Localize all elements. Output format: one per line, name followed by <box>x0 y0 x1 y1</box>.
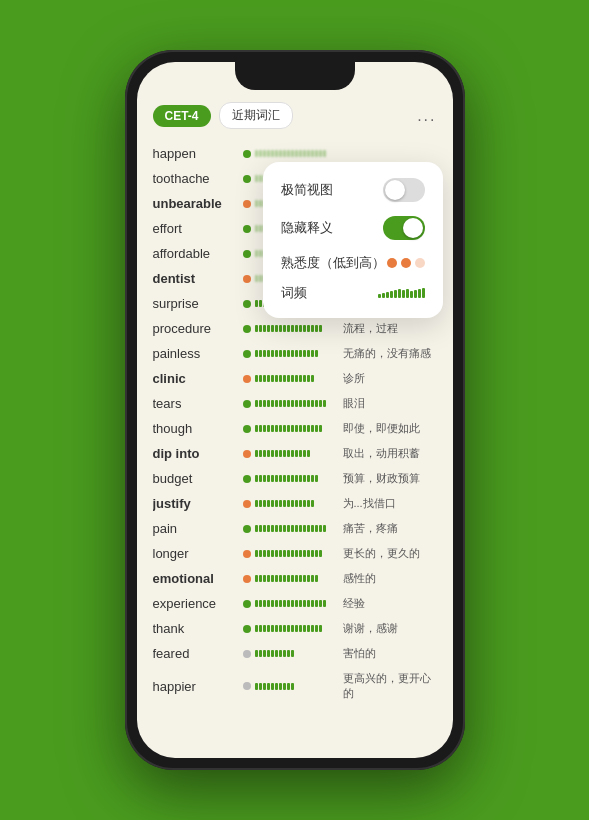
bar-seg <box>263 375 266 382</box>
word-meaning: 痛苦，疼痛 <box>343 521 437 536</box>
bar-seg <box>299 550 302 557</box>
bar-seg <box>255 225 258 232</box>
bar-seg <box>263 475 266 482</box>
freq-bar-11 <box>418 289 421 298</box>
bar-seg <box>275 650 278 657</box>
bar-seg <box>303 600 306 607</box>
bar-seg <box>303 150 306 157</box>
bar-seg <box>287 525 290 532</box>
simple-view-toggle[interactable] <box>383 178 425 202</box>
bar-seg <box>263 150 266 157</box>
bar-seg <box>311 375 314 382</box>
word-row[interactable]: longer 更长的，更久的 <box>153 541 437 566</box>
freq-bar-2 <box>382 293 385 298</box>
word-row[interactable]: happier 更高兴的，更开心的 <box>153 666 437 706</box>
word-row[interactable]: pain 痛苦，疼痛 <box>153 516 437 541</box>
bar-seg <box>299 400 302 407</box>
bar-seg <box>271 375 274 382</box>
bar-seg <box>263 600 266 607</box>
bar-seg <box>275 400 278 407</box>
bar-seg <box>287 450 290 457</box>
word-row[interactable]: emotional 感性的 <box>153 566 437 591</box>
freq-bar-9 <box>410 291 413 298</box>
word-row[interactable]: feared 害怕的 <box>153 641 437 666</box>
bar-seg <box>323 400 326 407</box>
bar-seg <box>279 375 282 382</box>
freq-bar-12 <box>422 288 425 298</box>
bar-seg <box>267 600 270 607</box>
word-row[interactable]: procedure 流程，过程 <box>153 316 437 341</box>
word-row[interactable]: clinic 诊所 <box>153 366 437 391</box>
bar-seg <box>291 400 294 407</box>
bar-seg <box>259 575 262 582</box>
bar-seg <box>263 575 266 582</box>
bar-seg <box>303 325 306 332</box>
bar-seg <box>255 200 258 207</box>
word-dot <box>243 650 251 658</box>
hide-meaning-toggle[interactable] <box>383 216 425 240</box>
bar-seg <box>287 600 290 607</box>
bar-seg <box>259 250 262 257</box>
word-row[interactable]: thank 谢谢，感谢 <box>153 616 437 641</box>
bar-seg <box>263 683 266 690</box>
word-meaning: 经验 <box>343 596 437 611</box>
bar-seg <box>279 550 282 557</box>
word-dot <box>243 300 251 308</box>
bar-seg <box>303 475 306 482</box>
word-row[interactable]: budget 预算，财政预算 <box>153 466 437 491</box>
recent-badge[interactable]: 近期词汇 <box>219 102 293 129</box>
bar-seg <box>259 200 262 207</box>
word-row[interactable]: tears 眼泪 <box>153 391 437 416</box>
bar-seg <box>259 225 262 232</box>
progress-bar <box>255 425 335 433</box>
bar-seg <box>307 450 310 457</box>
bar-seg <box>303 525 306 532</box>
bar-seg <box>259 325 262 332</box>
bar-seg <box>275 600 278 607</box>
bar-seg <box>255 650 258 657</box>
bar-seg <box>299 600 302 607</box>
word-row[interactable]: experience 经验 <box>153 591 437 616</box>
bar-seg <box>255 275 258 282</box>
bar-seg <box>279 525 282 532</box>
word-row[interactable]: dip into 取出，动用积蓄 <box>153 441 437 466</box>
progress-bar <box>255 350 335 358</box>
freq-bar-1 <box>378 294 381 298</box>
word-text: happier <box>153 679 243 694</box>
more-button[interactable]: ... <box>417 107 436 125</box>
bar-seg <box>255 425 258 432</box>
bar-seg <box>267 525 270 532</box>
bar-seg <box>255 600 258 607</box>
cet-badge[interactable]: CET-4 <box>153 105 211 127</box>
bar-seg <box>287 325 290 332</box>
bar-seg <box>267 425 270 432</box>
bar-seg <box>255 575 258 582</box>
bar-seg <box>311 350 314 357</box>
bar-seg <box>255 350 258 357</box>
bar-seg <box>263 650 266 657</box>
word-meaning: 无痛的，没有痛感 <box>343 346 437 361</box>
bar-seg <box>291 625 294 632</box>
bar-seg <box>295 350 298 357</box>
progress-bar <box>255 475 335 483</box>
word-dot <box>243 275 251 283</box>
bar-seg <box>283 625 286 632</box>
word-row[interactable]: justify 为...找借口 <box>153 491 437 516</box>
bar-seg <box>279 575 282 582</box>
bar-seg <box>271 150 274 157</box>
bar-seg <box>259 300 262 307</box>
bar-seg <box>259 150 262 157</box>
progress-bar <box>255 400 335 408</box>
bar-seg <box>279 450 282 457</box>
bar-seg <box>291 550 294 557</box>
progress-bar <box>255 525 335 533</box>
bar-seg <box>291 325 294 332</box>
bar-seg <box>267 550 270 557</box>
bar-seg <box>275 450 278 457</box>
word-row[interactable]: painless 无痛的，没有痛感 <box>153 341 437 366</box>
word-dot <box>243 575 251 583</box>
word-dot <box>243 225 251 233</box>
bar-seg <box>279 475 282 482</box>
word-row[interactable]: though 即使，即便如此 <box>153 416 437 441</box>
bar-seg <box>259 275 262 282</box>
